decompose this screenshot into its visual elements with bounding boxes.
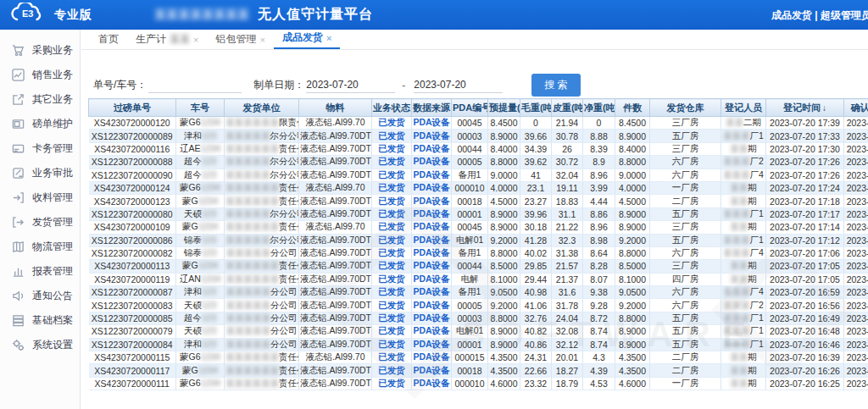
- table-row[interactable]: XS4230720000111 蒙G61234 某某某某某某责任公司 液态铝.A…: [89, 377, 868, 390]
- column-header-数据来源[interactable]: 数据来源: [412, 99, 452, 117]
- sidebar-item-报表管理[interactable]: 报表管理: [0, 259, 80, 284]
- cell-registrar: 某某某厂4: [721, 246, 766, 259]
- sidebar-item-物流管理[interactable]: 物流管理: [0, 235, 80, 259]
- cell-registrar: 某某某厂1: [721, 338, 766, 351]
- sidebar-item-基础档案[interactable]: 基础档案: [0, 308, 80, 333]
- page-title: 无人值守计量平台: [258, 6, 373, 24]
- sidebar-item-卡务管理[interactable]: 卡务管理: [0, 136, 80, 161]
- cell-consignor: 某某某某某分公司: [225, 325, 299, 338]
- column-header-件数[interactable]: 件数: [615, 99, 650, 117]
- sidebar-item-采购业务[interactable]: 采购业务: [0, 38, 80, 63]
- table-row[interactable]: XS12230720000083 天硕123 某某某某某分公司 液态铝.Al99…: [89, 299, 868, 312]
- cell-reg-time: 2023-07-20 16:46: [766, 338, 844, 351]
- cell-consignor: 某某某某某某责任公司: [225, 273, 299, 285]
- tab-close-icon[interactable]: ×: [193, 35, 198, 45]
- cell-status: 已发货: [372, 338, 412, 351]
- table-row[interactable]: XS4230720000117 蒙G1234 某某某某某某责任公司 液态铝.Al…: [89, 364, 868, 377]
- table-row[interactable]: XS4230720000119 辽AN1234 某某某某某某责任公司 液态铝.A…: [89, 273, 868, 285]
- sidebar-item-通知公告[interactable]: 通知公告: [0, 284, 80, 308]
- cell-confirm-time: 2023-07-20: [844, 338, 868, 351]
- cell-truck-no: 超今123: [176, 169, 225, 181]
- cell-net: 8.96: [583, 169, 615, 181]
- column-header-毛重(吨)[interactable]: 毛重(吨): [520, 99, 552, 117]
- cell-tare: 32.12: [552, 338, 583, 351]
- column-header-确认时间[interactable]: 确认时间: [844, 99, 868, 117]
- date-filter-label: 制单日期：: [253, 78, 304, 92]
- cell-consignor: 某某某某某某限责任公司: [225, 117, 299, 130]
- table-row[interactable]: XS4230720000120 蒙G61234 某某某某某某限责任公司 液态铝.…: [89, 117, 868, 130]
- column-header-发货单位[interactable]: 发货单位: [225, 99, 299, 117]
- cell-pieces: 8.4500: [615, 117, 650, 130]
- column-header-物料[interactable]: 物料: [299, 99, 372, 117]
- cell-registrar: 某某某厂2: [721, 299, 766, 312]
- tab-close-icon[interactable]: ×: [259, 35, 264, 45]
- table-row[interactable]: XS12230720000085 超今123 某某某某某分公司 液态铝.Al99…: [89, 312, 868, 324]
- cell-status: 已发货: [372, 207, 412, 220]
- tab-生产计[interactable]: 生产计某某 ×: [127, 29, 207, 49]
- table-row[interactable]: XS12230720000082 锦泰123 某某某某某分公司 液态铝.Al99…: [89, 246, 868, 259]
- cell-pieces: 8.9000: [615, 338, 650, 351]
- table-row[interactable]: XS4230720000113 蒙G1234 某某某某某某责任公司 液态铝.Al…: [89, 260, 868, 273]
- column-header-登记人员[interactable]: 登记人员: [721, 99, 766, 117]
- column-header-皮重(吨)[interactable]: 皮重(吨): [552, 99, 583, 117]
- cell-pre-qty: 4.6000: [488, 377, 520, 390]
- search-button[interactable]: 搜 索: [531, 74, 580, 97]
- date-from-input[interactable]: [306, 78, 395, 93]
- cell-tare: 21.37: [552, 273, 583, 285]
- sidebar-item-发货管理[interactable]: 发货管理: [0, 210, 80, 235]
- order-search-input[interactable]: [148, 78, 242, 93]
- cell-pieces: 8.1000: [615, 273, 650, 285]
- cell-tare: 18.79: [552, 377, 583, 390]
- table-row[interactable]: XS12230720000086 锦泰123 某某某某某尔分公司 液态铝.Al9…: [89, 234, 868, 246]
- table-row[interactable]: XS4230720000123 蒙G1234 某某某某某某责任公司 液态铝.Al…: [89, 195, 868, 207]
- column-header-过磅单号[interactable]: 过磅单号: [89, 99, 176, 117]
- table-row[interactable]: XS4230720000116 辽AE1234 某某某某某某责任公司 液态铝.A…: [89, 142, 868, 155]
- column-header-业务状态[interactable]: 业务状态: [372, 99, 412, 117]
- table-row[interactable]: XS12230720000088 超今123 某某某某某尔分公司 液态铝.Al9…: [89, 156, 868, 169]
- user-info[interactable]: 成品发货 | 超级管理员: [771, 8, 868, 23]
- sidebar-item-其它业务[interactable]: 其它业务: [0, 87, 80, 112]
- cell-pda-no: 000010: [452, 181, 488, 194]
- sidebar-item-业务审批[interactable]: 业务审批: [0, 161, 80, 185]
- table-row[interactable]: XS4230720000115 蒙G61234 某某某某某某责任公司 液态铝.A…: [89, 351, 868, 364]
- cell-registrar: 某某期: [721, 377, 766, 390]
- column-header-PDA编号[interactable]: PDA编号: [452, 99, 488, 117]
- cell-reg-time: 2023-07-20 16:56: [766, 299, 844, 312]
- date-to-input[interactable]: [414, 78, 503, 93]
- cell-pre-qty: 8.5000: [488, 260, 520, 273]
- filter-row: 单号/车号： 制单日期： - 搜 索: [81, 72, 868, 98]
- cell-truck-no: 锦泰123: [176, 234, 225, 246]
- cell-pre-qty: 8.8000: [488, 156, 520, 169]
- table-row[interactable]: XS12230720000090 超今123 某某某某某尔分公司 液态铝.Al9…: [89, 169, 868, 181]
- table-row[interactable]: XS12230720000089 津和123 某某某某某尔分公司 液态铝.Al9…: [89, 130, 868, 142]
- sidebar-item-系统设置[interactable]: 系统设置: [0, 333, 80, 357]
- sidebar-item-磅单维护[interactable]: 磅单维护: [0, 112, 80, 136]
- column-header-发货仓库[interactable]: 发货仓库: [650, 99, 721, 117]
- cell-pda-no: 00003: [452, 312, 488, 324]
- cell-status: 已发货: [372, 325, 412, 338]
- column-header-车号[interactable]: 车号: [176, 99, 225, 117]
- cell-warehouse: 六厂房: [650, 286, 721, 299]
- tab-成品发货[interactable]: 成品发货 ×: [274, 27, 340, 49]
- column-header-登记时间[interactable]: 登记时间↓: [766, 99, 844, 117]
- cell-pre-qty: 4.5000: [488, 195, 520, 207]
- cell-registrar: 某某某厂2: [721, 156, 766, 169]
- cell-consignor: 某某某某某分公司: [225, 299, 299, 312]
- column-header-净重(吨)[interactable]: 净重(吨): [583, 99, 615, 117]
- column-header-预提量(吨)[interactable]: 预提量(吨): [488, 99, 520, 117]
- table-row[interactable]: XS12230720000087 津和123 某某某某某分公司 液态铝.Al99…: [89, 286, 868, 299]
- cell-registrar: 某某某厂1: [721, 312, 766, 324]
- tab-首页[interactable]: 首页: [90, 29, 127, 49]
- tab-铝包管理[interactable]: 铝包管理 ×: [207, 29, 273, 49]
- table-row[interactable]: XS4230720000124 蒙G61234 某某某某某某责任公司 液态铝.A…: [89, 181, 868, 194]
- cell-net: 8.96: [583, 221, 615, 234]
- cell-tare: 24.04: [552, 312, 583, 324]
- cell-source: PDA设备: [412, 156, 452, 169]
- sidebar-item-收料管理[interactable]: 收料管理: [0, 185, 80, 210]
- table-row[interactable]: XS12230720000080 天硕123 某某某某某尔分公司 液态铝.Al9…: [89, 207, 868, 220]
- table-row[interactable]: XS12230720000079 天硕123 某某某某某分公司 液态铝.Al99…: [89, 325, 868, 338]
- table-row[interactable]: XS12230720000084 津和123 某某某某某分公司 液态铝.Al99…: [89, 338, 868, 351]
- sidebar-item-销售业务[interactable]: 销售业务: [0, 63, 80, 87]
- table-row[interactable]: XS4230720000109 蒙G1234 某某某某某某责任公司 液态铝.Al…: [89, 221, 868, 234]
- tab-close-icon[interactable]: ×: [326, 33, 331, 43]
